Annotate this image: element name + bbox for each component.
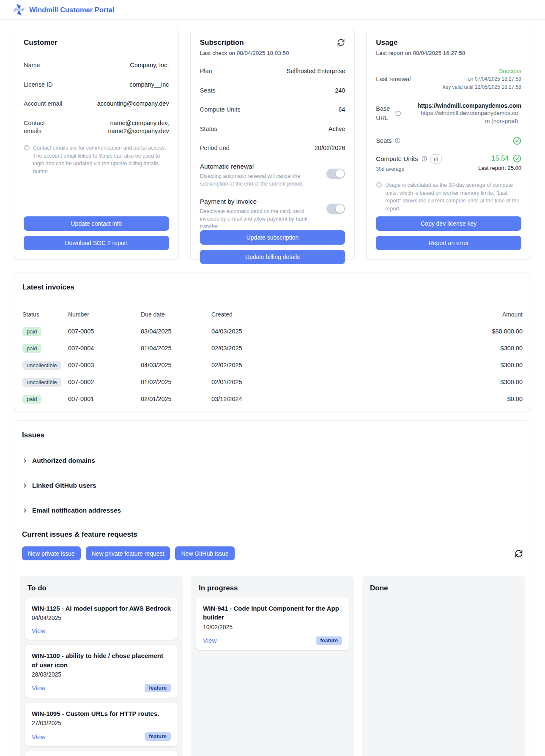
payment-by-invoice-desc: Deactivate automatic debit on the card, … bbox=[200, 207, 310, 230]
toggle-knob bbox=[336, 205, 344, 213]
list-item: WIN-941 - Code Input Component for the A… bbox=[196, 598, 349, 650]
table-row: uncollectible 007-0003 04/03/2025 02/02/… bbox=[22, 357, 523, 374]
copy-dev-license-key-button[interactable]: Copy dev license key bbox=[376, 216, 521, 231]
status-badge: uncollectible bbox=[22, 378, 61, 387]
list-item: WIN-1095 - Custom URLs for HTTP routes. … bbox=[25, 703, 178, 746]
invoices-header-row: Status Number Due date Created Amount bbox=[22, 306, 523, 323]
compute-usage-chart-button[interactable] bbox=[430, 154, 442, 164]
issue-date: 10/02/2025 bbox=[203, 624, 342, 630]
update-subscription-button[interactable]: Update subscription bbox=[200, 230, 345, 245]
list-item-partial bbox=[25, 751, 178, 756]
column-title: Done bbox=[367, 581, 520, 598]
new-github-issue-button[interactable]: New GitHub issue bbox=[175, 546, 234, 560]
feature-badge: feature bbox=[145, 732, 171, 741]
collapsible-authorized-domains[interactable]: Authorized domains bbox=[20, 457, 525, 464]
feature-badge: feature bbox=[316, 636, 342, 645]
invoice-number: 007-0004 bbox=[68, 345, 141, 352]
last-renewal-label: Last renewal bbox=[376, 67, 411, 91]
invoice-number: 007-0001 bbox=[68, 396, 141, 402]
seats-label: Seats bbox=[200, 87, 216, 95]
collapsible-email-notification-addresses[interactable]: Email notification addresses bbox=[20, 507, 525, 514]
status-badge: paid bbox=[22, 327, 41, 336]
subscription-refresh-icon[interactable] bbox=[337, 38, 345, 46]
chevron-right-icon bbox=[22, 458, 28, 464]
issues-card: Issues Authorized domains Linked GitHub … bbox=[14, 420, 531, 756]
top-bar: Windmill Customer Portal bbox=[0, 0, 545, 20]
period-end-value: 20/02/2026 bbox=[315, 144, 345, 153]
new-private-feature-request-button[interactable]: New private feature request bbox=[86, 546, 170, 560]
latest-invoices-card: Latest invoices Status Number Due date C… bbox=[14, 273, 531, 412]
collapsible-label: Linked GitHub users bbox=[32, 482, 96, 489]
table-row: paid 007-0005 03/04/2025 04/03/2025 $80,… bbox=[22, 323, 523, 340]
collapsible-linked-github-users[interactable]: Linked GitHub users bbox=[20, 482, 525, 489]
base-url-label: Base URL bbox=[376, 104, 392, 123]
compute-units-info-icon bbox=[421, 156, 427, 162]
contact-emails-value: name@company.dev, name2@company.dev bbox=[70, 119, 169, 136]
base-url-info-icon bbox=[395, 110, 401, 117]
invoice-number: 007-0005 bbox=[68, 328, 141, 335]
period-end-label: Period end bbox=[200, 144, 230, 153]
issue-date: 27/03/2025 bbox=[32, 720, 171, 726]
customer-title: Customer bbox=[24, 38, 169, 47]
invoice-created: 03/12/2024 bbox=[211, 396, 446, 402]
report-an-error-button[interactable]: Report an error bbox=[376, 236, 521, 250]
collapsible-label: Authorized domains bbox=[32, 457, 95, 464]
status-badge: uncollectible bbox=[22, 361, 61, 370]
chevron-right-icon bbox=[22, 508, 28, 514]
invoice-due-date: 01/04/2025 bbox=[141, 345, 211, 352]
issue-title: WIN-1125 - AI model support for AWS Bedr… bbox=[32, 604, 171, 613]
info-icon bbox=[376, 182, 382, 188]
view-link[interactable]: View bbox=[32, 627, 45, 634]
status-badge: paid bbox=[22, 344, 41, 353]
col-amount: Amount bbox=[446, 311, 523, 318]
page-title: Windmill Customer Portal bbox=[29, 6, 115, 14]
table-row: paid 007-0001 02/01/2025 03/12/2024 $0.0… bbox=[22, 390, 523, 407]
board-refresh-icon[interactable] bbox=[515, 549, 523, 558]
list-item: WIN-1100 - ability to hide / chose place… bbox=[25, 645, 178, 698]
windmill-logo-icon bbox=[13, 3, 25, 16]
invoices-title: Latest invoices bbox=[22, 283, 523, 292]
customer-card: Customer Name Company, Inc. License ID c… bbox=[14, 29, 179, 260]
plan-value: Selfhosted Enterprise bbox=[287, 67, 345, 76]
compute-units-average-value: 15.54 bbox=[491, 154, 509, 162]
kanban-column-done: Done bbox=[362, 576, 525, 756]
download-soc2-report-button[interactable]: Download SOC 2 report bbox=[24, 236, 169, 250]
usage-card: Usage Last report on 08/04/2025 16:27:58… bbox=[366, 29, 531, 260]
issue-title: WIN-941 - Code Input Component for the A… bbox=[203, 604, 342, 622]
key-valid-until: key valid until 12/05/2025 18:27:58 bbox=[443, 84, 521, 90]
invoice-number: 007-0003 bbox=[68, 362, 141, 368]
invoice-created: 02/03/2025 bbox=[211, 345, 446, 352]
feature-badge: feature bbox=[145, 684, 171, 692]
automatic-renewal-toggle[interactable] bbox=[326, 169, 345, 179]
invoice-amount: $300.00 bbox=[446, 345, 523, 352]
payment-by-invoice-toggle[interactable] bbox=[326, 204, 345, 214]
automatic-renewal-label: Automatic renewal bbox=[200, 163, 310, 170]
update-contact-info-button[interactable]: Update contact info bbox=[24, 216, 169, 231]
compute-units-label: Compute Units bbox=[200, 106, 241, 114]
kanban-column-todo: To do WIN-1125 - AI model support for AW… bbox=[20, 576, 183, 756]
license-id-value: company__inc bbox=[129, 81, 169, 89]
list-item: WIN-1125 - AI model support for AWS Bedr… bbox=[25, 598, 178, 640]
base-url-nonprod: https://windmill.dev.companydemos.com (n… bbox=[417, 109, 518, 126]
compute-average-label: 30d average bbox=[376, 165, 441, 173]
invoice-created: 02/01/2025 bbox=[211, 379, 446, 385]
invoice-due-date: 01/02/2025 bbox=[141, 379, 211, 385]
view-link[interactable]: View bbox=[203, 637, 216, 644]
col-due-date: Due date bbox=[141, 311, 211, 318]
subscription-card: Subscription Last check on 08/04/2025 18… bbox=[190, 29, 355, 260]
contact-emails-label: Contact emails bbox=[24, 119, 53, 136]
invoice-created: 02/02/2025 bbox=[211, 362, 446, 368]
new-private-issue-button[interactable]: New private issue bbox=[22, 546, 81, 560]
col-number: Number bbox=[68, 311, 141, 318]
base-url-prod: https://windmill.companydemos.com bbox=[417, 102, 521, 109]
view-link[interactable]: View bbox=[32, 684, 45, 691]
column-title: In progress bbox=[196, 581, 349, 598]
table-row: paid 007-0004 01/04/2025 02/03/2025 $300… bbox=[22, 340, 523, 357]
col-created: Created bbox=[211, 311, 446, 318]
chevron-right-icon bbox=[22, 483, 28, 489]
view-link[interactable]: View bbox=[32, 733, 45, 740]
table-row: uncollectible 007-0002 01/02/2025 02/01/… bbox=[22, 374, 523, 390]
usage-note: Usage is calculated as the 30-day averag… bbox=[385, 181, 521, 213]
update-billing-details-button[interactable]: Update billing details bbox=[200, 250, 345, 264]
seats-value: 240 bbox=[335, 87, 345, 95]
